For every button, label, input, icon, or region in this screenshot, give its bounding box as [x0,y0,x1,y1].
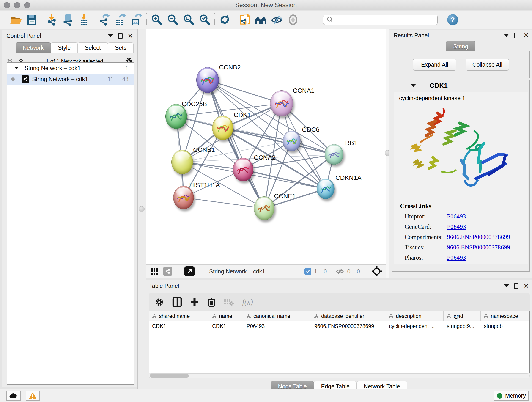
panel-close-icon[interactable]: ✕ [524,283,529,289]
network-collection-row[interactable]: String Network – cdk1 1 [7,63,133,74]
network-node-ccna2[interactable] [233,158,253,181]
apply-layout-button[interactable] [217,12,233,27]
column-header-database-identifier[interactable]: database identifier [311,311,386,321]
crosslink-label: Tissues: [405,244,447,251]
panel-float-icon[interactable] [118,33,123,39]
scrollbar-thumb[interactable] [150,374,189,378]
column-header-namespace[interactable]: namespace [481,311,530,321]
export-table-button[interactable] [112,12,128,27]
string-home-button[interactable] [253,12,269,27]
node-table[interactable]: shared namenamecanonical namedatabase id… [149,311,530,373]
panel-menu-icon[interactable] [504,284,509,287]
tab-style[interactable]: Style [51,42,78,53]
delete-column-icon[interactable] [207,297,216,307]
panel-close-icon[interactable]: ✕ [524,32,529,39]
network-node-cdkn1a[interactable] [317,179,335,199]
search-input[interactable] [336,15,437,24]
export-image-button[interactable] [128,12,144,27]
crosslink-link[interactable]: P06493 [447,254,466,261]
panel-float-icon[interactable] [514,283,519,289]
export-network-button[interactable] [96,12,112,27]
table-cell[interactable]: stringdb [481,323,530,329]
detach-view-icon[interactable] [184,266,195,276]
network-node-ccne1[interactable] [254,196,274,220]
network-node-hist1h1a[interactable] [173,186,194,209]
crosslink-link[interactable]: P06493 [447,213,466,220]
birds-eye-icon[interactable] [371,266,382,277]
selected-checkbox-icon[interactable] [304,268,311,275]
table-row[interactable]: CDK1CDK1P064939606.ENSP00000378699cyclin… [149,321,530,331]
table-cell[interactable]: CDK1 [149,323,209,329]
network-edge[interactable] [243,170,326,189]
column-type-icon [212,313,217,319]
save-session-button[interactable] [24,12,40,27]
table-cell[interactable]: P06493 [243,323,311,329]
help-button[interactable]: ? [447,14,458,25]
search-field[interactable] [323,15,438,25]
network-row[interactable]: String Network – cdk1 11 48 [7,74,133,85]
network-from-clipboard-button[interactable] [237,12,253,27]
show-columns-icon[interactable] [172,297,182,307]
table-cell[interactable]: stringdb:9... [443,323,481,329]
vertical-splitter[interactable] [138,29,146,389]
column-header-canonical-name[interactable]: canonical name [243,311,311,321]
add-column-icon[interactable] [190,298,199,307]
eye-slash-icon [270,13,284,26]
network-node-ccna1[interactable] [270,90,293,116]
warnings-button[interactable] [26,391,40,401]
tab-network[interactable]: Network [16,42,51,53]
panel-menu-icon[interactable] [108,34,113,37]
panel-menu-icon[interactable] [504,34,509,37]
zoom-fit-button[interactable] [181,12,196,27]
grid-view-icon[interactable] [150,267,159,276]
crosslink-link[interactable]: 9606.ENSP00000378699 [447,234,510,241]
network-node-ccnb1[interactable] [171,150,193,174]
splitter-handle[interactable] [139,206,145,212]
cloud-button[interactable] [6,391,21,401]
table-settings-gear-icon[interactable] [154,297,164,307]
network-node-cdk1[interactable] [212,116,233,140]
window-title: Session: New Session [0,2,532,9]
network-node-cdc6[interactable] [283,131,301,151]
import-network-database-button[interactable] [60,12,76,27]
memory-button[interactable]: Memory [494,391,529,401]
crosslink-link[interactable]: 9606.ENSP00000378699 [447,244,510,251]
network-node-ccnb2[interactable] [196,67,219,93]
network-edge[interactable] [208,80,264,208]
network-node-cdc25b[interactable] [165,104,187,129]
table-cell[interactable]: 9606.ENSP00000378699 [311,323,386,329]
column-header-description[interactable]: description [386,311,443,321]
horizontal-scrollbar[interactable] [149,373,530,378]
column-header-name[interactable]: name [209,311,243,321]
expand-all-button[interactable]: Expand All [413,59,456,70]
entry-collapse-icon[interactable] [411,84,416,87]
right-splitter[interactable] [386,29,389,278]
zoom-out-button[interactable] [165,12,181,27]
network-edge[interactable] [184,198,264,208]
open-session-button[interactable] [8,12,24,27]
tab-string[interactable]: String [446,41,475,51]
hide-graphics-button[interactable] [269,12,285,27]
import-network-file-button[interactable] [44,12,60,27]
column-header-@id[interactable]: @id [443,311,481,321]
zoom-selected-icon [198,13,211,26]
tree-expand-icon[interactable] [14,67,19,69]
crosslink-link[interactable]: P06493 [447,223,466,230]
show-graphics-button[interactable] [285,12,301,27]
collapse-all-button[interactable]: Collapse All [466,59,509,70]
node-label-cdk1: CDK1 [234,111,251,119]
network-node-rb1[interactable] [325,144,343,165]
zoom-in-button[interactable] [148,12,165,27]
column-header-shared-name[interactable]: shared name [149,311,209,321]
panel-float-icon[interactable] [514,33,519,38]
network-canvas[interactable]: CCNB2CCNA1CDC25BCDK1CDC6RB1CCNB1CCNA2CDK… [146,29,386,265]
table-cell[interactable]: CDK1 [209,323,243,329]
table-cell[interactable]: cyclin-dependent ... [386,323,443,329]
zoom-selected-button[interactable] [196,12,213,27]
share-view-icon[interactable] [163,267,172,276]
tab-select[interactable]: Select [78,42,108,53]
network-edges [146,29,386,265]
import-table-file-button[interactable] [76,12,92,27]
panel-close-icon[interactable]: ✕ [128,33,133,39]
tab-sets[interactable]: Sets [108,42,133,53]
